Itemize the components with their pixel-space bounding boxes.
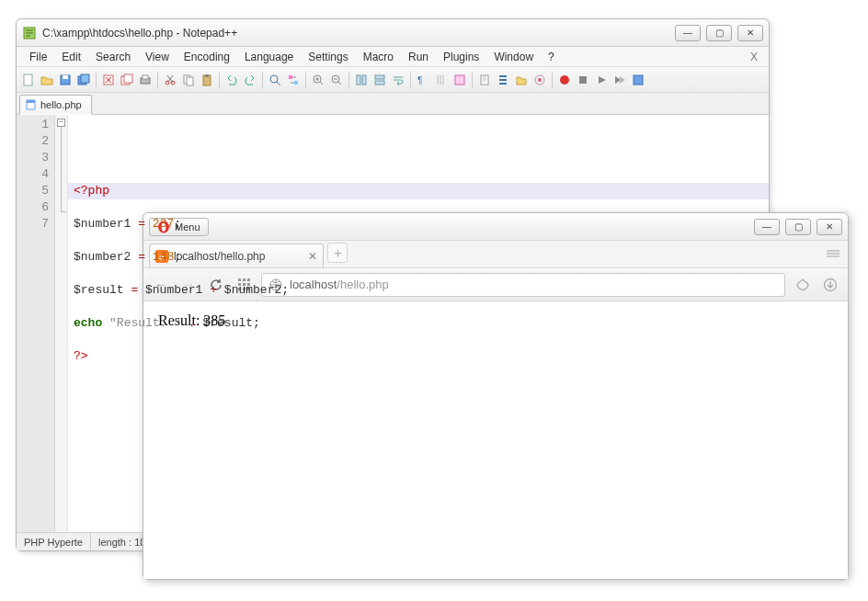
svg-rect-23 bbox=[362, 75, 366, 85]
close-all-icon[interactable] bbox=[119, 72, 135, 88]
maximize-button[interactable]: ▢ bbox=[785, 219, 811, 235]
editor-tabs: hello.php bbox=[17, 93, 769, 115]
svg-rect-24 bbox=[375, 75, 384, 79]
menubar: File Edit Search View Encoding Language … bbox=[17, 47, 769, 67]
wrap-icon[interactable] bbox=[390, 72, 406, 88]
minimize-button[interactable]: — bbox=[675, 25, 701, 41]
toolbar-separator bbox=[96, 72, 97, 88]
undo-icon[interactable] bbox=[223, 72, 240, 88]
svg-rect-33 bbox=[634, 75, 643, 85]
svg-rect-10 bbox=[143, 75, 148, 79]
find-icon[interactable] bbox=[267, 72, 283, 88]
download-button[interactable] bbox=[820, 275, 840, 295]
replace-icon[interactable] bbox=[285, 72, 302, 88]
redo-icon[interactable] bbox=[242, 72, 258, 88]
copy-icon[interactable] bbox=[180, 72, 197, 88]
new-file-icon[interactable] bbox=[20, 72, 37, 88]
tab-label: hello.php bbox=[40, 99, 82, 110]
play-macro-icon[interactable] bbox=[593, 72, 610, 88]
open-file-icon[interactable] bbox=[39, 72, 55, 88]
menu-view[interactable]: View bbox=[138, 49, 177, 65]
svg-rect-35 bbox=[27, 100, 35, 103]
menu-help[interactable]: ? bbox=[541, 49, 562, 65]
bookmark-button[interactable] bbox=[793, 275, 813, 295]
notepadpp-titlebar[interactable]: C:\xampp\htdocs\hello.php - Notepad++ — … bbox=[17, 19, 769, 47]
fold-gutter: − bbox=[55, 115, 68, 532]
maximize-button[interactable]: ▢ bbox=[706, 25, 732, 41]
menubar-close-icon[interactable]: X bbox=[745, 49, 763, 65]
fold-collapse-icon[interactable]: − bbox=[57, 119, 65, 127]
close-button[interactable]: ✕ bbox=[737, 25, 763, 41]
window-controls: — ▢ ✕ bbox=[754, 219, 842, 235]
menu-plugins[interactable]: Plugins bbox=[436, 49, 486, 65]
print-icon[interactable] bbox=[137, 72, 154, 88]
editor-tab-hello[interactable]: hello.php bbox=[19, 95, 92, 115]
save-all-icon[interactable] bbox=[75, 72, 92, 88]
menu-settings[interactable]: Settings bbox=[301, 49, 355, 65]
save-icon[interactable] bbox=[57, 72, 74, 88]
svg-rect-18 bbox=[289, 75, 292, 79]
sync-h-icon[interactable] bbox=[371, 72, 388, 88]
record-macro-icon[interactable] bbox=[556, 72, 573, 88]
show-chars-icon[interactable]: ¶ bbox=[415, 72, 431, 88]
svg-rect-32 bbox=[579, 76, 587, 84]
menu-search[interactable]: Search bbox=[88, 49, 138, 65]
toolbar-separator bbox=[262, 72, 263, 88]
menu-language[interactable]: Language bbox=[237, 49, 301, 65]
zoom-in-icon[interactable] bbox=[310, 72, 326, 88]
folder-icon[interactable] bbox=[513, 72, 530, 88]
status-language: PHP Hyperte bbox=[17, 533, 91, 550]
toolbar-separator bbox=[305, 72, 306, 88]
svg-rect-1 bbox=[24, 74, 32, 85]
svg-rect-27 bbox=[455, 75, 464, 85]
toolbar-separator bbox=[157, 72, 158, 88]
toolbar-separator bbox=[219, 72, 220, 88]
svg-rect-22 bbox=[357, 75, 360, 85]
menu-run[interactable]: Run bbox=[401, 49, 436, 65]
notepadpp-icon bbox=[22, 26, 37, 40]
play-multi-icon[interactable] bbox=[611, 72, 628, 88]
svg-rect-16 bbox=[205, 74, 209, 77]
menu-macro[interactable]: Macro bbox=[356, 49, 401, 65]
svg-point-30 bbox=[538, 78, 542, 82]
file-icon bbox=[26, 99, 37, 110]
zoom-out-icon[interactable] bbox=[328, 72, 345, 88]
svg-rect-25 bbox=[375, 81, 384, 85]
func-list-icon[interactable] bbox=[495, 72, 511, 88]
toolbar-separator bbox=[552, 72, 553, 88]
stop-macro-icon[interactable] bbox=[575, 72, 591, 88]
close-file-icon[interactable] bbox=[100, 72, 117, 88]
monitor-icon[interactable] bbox=[531, 72, 548, 88]
toolbar-separator bbox=[348, 72, 349, 88]
svg-rect-3 bbox=[63, 75, 68, 79]
toolbar: ¶ bbox=[17, 67, 769, 93]
close-button[interactable]: ✕ bbox=[817, 219, 842, 235]
svg-rect-14 bbox=[187, 77, 193, 85]
indent-guide-icon[interactable] bbox=[433, 72, 450, 88]
window-title: C:\xampp\htdocs\hello.php - Notepad++ bbox=[42, 27, 675, 40]
svg-rect-5 bbox=[81, 74, 89, 83]
svg-rect-8 bbox=[124, 74, 132, 83]
paste-icon[interactable] bbox=[199, 72, 215, 88]
sync-v-icon[interactable] bbox=[353, 72, 370, 88]
toolbar-separator bbox=[472, 72, 473, 88]
line-number-gutter: 1 2 3 4 5 6 7 bbox=[17, 115, 55, 532]
svg-text:¶: ¶ bbox=[417, 75, 422, 85]
window-controls: — ▢ ✕ bbox=[675, 25, 763, 41]
menu-file[interactable]: File bbox=[22, 49, 54, 65]
svg-point-31 bbox=[560, 75, 569, 85]
cut-icon[interactable] bbox=[162, 72, 178, 88]
panel-toggle-icon[interactable] bbox=[824, 245, 842, 262]
user-lang-icon[interactable] bbox=[451, 72, 468, 88]
doc-map-icon[interactable] bbox=[476, 72, 493, 88]
svg-rect-19 bbox=[294, 81, 298, 85]
svg-point-17 bbox=[270, 75, 278, 83]
menu-encoding[interactable]: Encoding bbox=[177, 49, 237, 65]
menu-edit[interactable]: Edit bbox=[54, 49, 88, 65]
save-macro-icon[interactable] bbox=[630, 72, 646, 88]
toolbar-separator bbox=[410, 72, 411, 88]
menu-window[interactable]: Window bbox=[486, 49, 541, 65]
